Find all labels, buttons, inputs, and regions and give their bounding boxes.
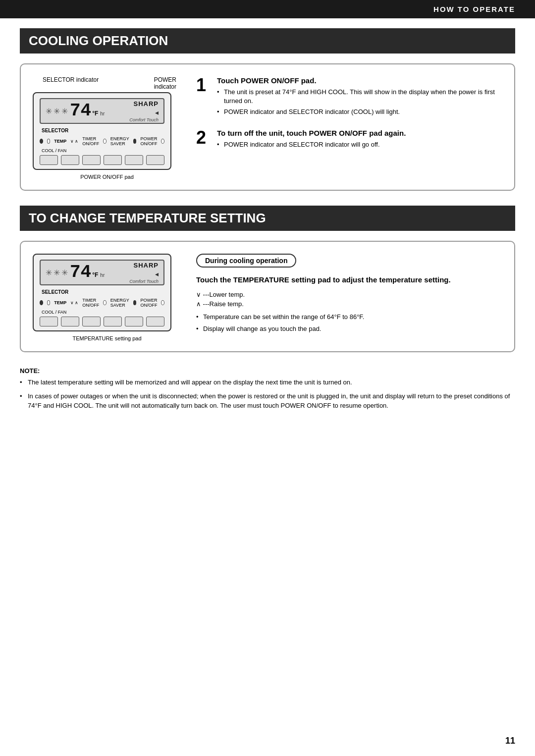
step-bullets-2: POWER indicator and SELECTOR indicator w…	[217, 140, 406, 149]
hr-label-2: hr	[100, 272, 105, 278]
snowflake-2: ✳	[54, 107, 60, 116]
extra-dot-2	[161, 300, 164, 305]
btn-2c[interactable]	[82, 317, 101, 326]
comfort-touch-2: Comfort Touch	[129, 279, 159, 284]
ac-diagram-2: ✳ ✳ ✳ 74 °F hr SHARP ◂ Comfort To	[33, 254, 181, 341]
step-heading-1: Touch POWER ON/OFF pad.	[217, 76, 502, 85]
power-label-1: POWERON/OFF	[140, 136, 157, 146]
step-number-2: 2	[196, 129, 211, 147]
step-1: 1 Touch POWER ON/OFF pad. The unit is pr…	[196, 76, 502, 119]
selector-row-1: SELECTOR	[40, 128, 164, 133]
ac-unit-2: ✳ ✳ ✳ 74 °F hr SHARP ◂ Comfort To	[33, 254, 171, 331]
btn-1d[interactable]	[104, 155, 122, 165]
btn-2a[interactable]	[40, 317, 58, 326]
note-item-1: The latest temperature setting will be m…	[20, 378, 515, 387]
temp-arrows-1: ∨ ∧	[70, 139, 78, 144]
steps-col-1: 1 Touch POWER ON/OFF pad. The unit is pr…	[196, 76, 502, 161]
energy-dot-1	[103, 139, 107, 144]
btn-1b[interactable]	[61, 155, 79, 165]
step-content-1: Touch POWER ON/OFF pad. The unit is pres…	[217, 76, 502, 119]
ac-unit-1: ✳ ✳ ✳ 74 °F hr SHARP ◂ Comfort To	[33, 92, 171, 170]
section1-title-block: COOLING OPERATION	[20, 28, 515, 63]
snowflake-2c: ✳	[61, 268, 68, 277]
btn-2f[interactable]	[146, 317, 164, 326]
buttons-row-1	[40, 155, 164, 165]
header-bar: HOW TO OPERATE	[0, 0, 535, 18]
btn-1f[interactable]	[146, 155, 164, 165]
timer-label-1: TIMERON/OFF	[82, 136, 99, 146]
note-section: NOTE: The latest temperature setting wil…	[20, 367, 515, 411]
cool-fan-label-2: COOL / FAN	[40, 310, 164, 315]
snowflake-2b: ✳	[54, 268, 60, 277]
btn-1c[interactable]	[82, 155, 101, 165]
energy-label-1: ENERGYSAVER	[110, 136, 129, 146]
power-indicator-label: POWERindicator	[154, 76, 176, 90]
temp-display-2: 74	[70, 264, 91, 281]
power-pad-label: POWER ON/OFF pad	[33, 174, 181, 180]
temp-pad-label: TEMPERATURE setting pad	[33, 335, 181, 341]
snowflake-1: ✳	[46, 107, 52, 116]
temp-adjust-text: Touch the TEMPERATURE setting pad to adj…	[196, 274, 502, 285]
arrow-down-2: ∨	[70, 300, 74, 305]
buttons-row-2	[40, 317, 164, 326]
controls-section-2: TEMP ∨ ∧ TIMERON/OFF ENERGYSAVER POWERON…	[40, 298, 164, 308]
header-title: HOW TO OPERATE	[433, 5, 515, 13]
ac-display-left-2: ✳ ✳ ✳ 74 °F hr	[46, 264, 105, 281]
battery-icon-2: ◂	[155, 270, 159, 278]
temp-bullets: Temperature can be set within the range …	[196, 313, 502, 333]
selector-indicator-label: SELECTOR indicator	[43, 76, 99, 90]
selector-label-1: SELECTOR	[42, 128, 68, 133]
ac-diagram-1: SELECTOR indicator POWERindicator ✳ ✳ ✳ …	[33, 76, 181, 180]
sharp-logo-2: SHARP	[133, 262, 159, 269]
arrow-up-1: ∧	[75, 139, 78, 144]
section2-title: TO CHANGE TEMPERATURE SETTING	[20, 206, 515, 231]
temp-bullet-2: Display will change as you touch the pad…	[196, 324, 502, 333]
arrow-down-1: ∨	[70, 139, 74, 144]
selector-row-2: SELECTOR	[40, 289, 164, 295]
btn-2b[interactable]	[61, 317, 79, 326]
selector-dot-2	[47, 300, 51, 305]
arrow-up-2: ∧	[75, 300, 78, 305]
energy-label-2: ENERGYSAVER	[110, 298, 129, 308]
temp-ctrl-label-2: TEMP	[54, 300, 66, 305]
temp-display-1: 74	[70, 102, 91, 120]
snowflake-icons: ✳ ✳ ✳	[46, 107, 68, 116]
cooling-operation-box: SELECTOR indicator POWERindicator ✳ ✳ ✳ …	[20, 63, 515, 191]
note-title: NOTE:	[20, 367, 515, 375]
power-dot-1	[133, 139, 137, 144]
temp-unit-2: °F	[92, 271, 98, 278]
comfort-touch-1: Comfort Touch	[129, 117, 159, 122]
step-content-2: To turn off the unit, touch POWER ON/OFF…	[217, 129, 406, 151]
selector-dot-active-2	[40, 300, 43, 305]
ac-display-left: ✳ ✳ ✳ 74 °F hr	[46, 102, 105, 120]
ac-display-1: ✳ ✳ ✳ 74 °F hr SHARP ◂ Comfort To	[40, 98, 164, 124]
step-number-1: 1	[196, 76, 211, 94]
btn-2e[interactable]	[125, 317, 143, 326]
selector-dot-1	[47, 139, 51, 144]
ac-display-2: ✳ ✳ ✳ 74 °F hr SHARP ◂ Comfort To	[40, 260, 164, 285]
selector-dot-active-1	[40, 139, 43, 144]
btn-2d[interactable]	[104, 317, 122, 326]
power-dot-2	[133, 300, 137, 305]
snowflake-2a: ✳	[46, 268, 52, 277]
btn-1a[interactable]	[40, 155, 58, 165]
note-item-2: In cases of power outages or when the un…	[20, 391, 515, 411]
controls-section-1: TEMP ∨ ∧ TIMERON/OFF ENERGYSAVER POWERON…	[40, 136, 164, 146]
lower-temp-label: ∨ ---Lower temp.	[196, 291, 245, 298]
snowflake-3: ✳	[61, 107, 68, 116]
step-heading-2: To turn off the unit, touch POWER ON/OFF…	[217, 129, 406, 137]
temperature-operation-box: ✳ ✳ ✳ 74 °F hr SHARP ◂ Comfort To	[20, 241, 515, 352]
page-number: 11	[505, 736, 515, 746]
step-bullet-2-1: POWER indicator and SELECTOR indicator w…	[217, 140, 406, 149]
hr-label-1: hr	[100, 111, 105, 116]
battery-icon-1: ◂	[155, 108, 159, 116]
temp-bullet-1: Temperature can be set within the range …	[196, 313, 502, 322]
temp-unit-1: °F	[92, 110, 98, 117]
during-badge: During cooling operation	[196, 254, 296, 268]
extra-dot-1	[161, 139, 164, 144]
step-bullet-1-1: The unit is preset at 74°F and HIGH COOL…	[217, 88, 502, 106]
btn-1e[interactable]	[125, 155, 143, 165]
timer-label-2: TIMERON/OFF	[82, 298, 99, 308]
ac-display-right-1: SHARP ◂ Comfort Touch	[129, 100, 159, 122]
snowflake-icons-2: ✳ ✳ ✳	[46, 268, 68, 277]
